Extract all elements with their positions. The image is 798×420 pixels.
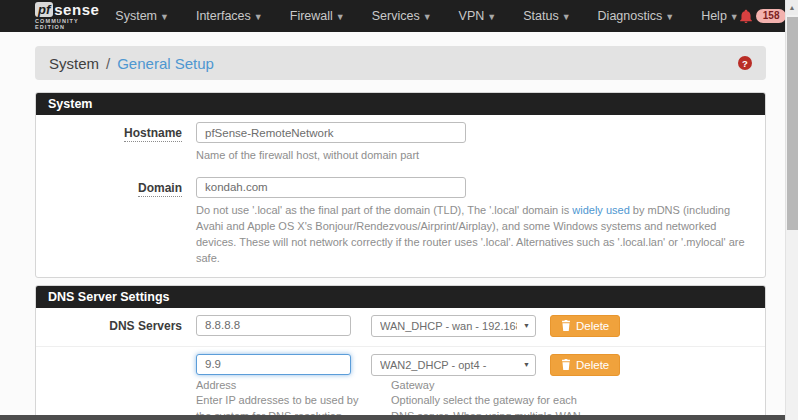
chevron-down-icon: ▼ [160,12,169,22]
scroll-up-button[interactable]: ▲ [786,0,798,15]
chevron-down-icon: ▼ [423,12,432,22]
nav-item-status[interactable]: Status▼ [523,9,570,23]
widely-used-link[interactable]: widely used [572,204,629,216]
dns-address-input-1[interactable] [196,315,351,336]
logo-sense: sense [54,2,99,17]
dns-gateway-select-1[interactable]: WAN_DHCP - wan - 192.168.18.2 [371,315,536,337]
chevron-down-icon: ▼ [336,12,345,22]
breadcrumb-section[interactable]: System [49,55,99,72]
pfsense-logo[interactable]: pf sense COMMUNITY EDITION [35,2,99,30]
system-panel-title: System [36,93,765,115]
nav-item-vpn[interactable]: VPN▼ [459,9,497,23]
nav-item-services[interactable]: Services▼ [372,9,432,23]
dns-panel-title: DNS Server Settings [36,286,765,308]
chevron-down-icon: ▼ [487,12,496,22]
vertical-scrollbar[interactable]: ▲ [785,0,798,420]
dns-settings-panel: DNS Server Settings DNS Servers WAN_DHCP… [35,285,766,420]
bell-icon [739,9,753,24]
breadcrumb-page: General Setup [117,55,214,72]
domain-input[interactable] [196,177,466,198]
dns-server-row-2: WAN2_DHCP - opt4 - ▼ Delete Address [36,347,765,420]
logo-pf: pf [35,2,53,17]
address-column-label: Address [196,379,371,391]
bottom-edge-strip [0,415,786,420]
nav-item-system[interactable]: System▼ [115,9,169,23]
nav-item-diagnostics[interactable]: Diagnostics▼ [598,9,675,23]
logo-subtitle: COMMUNITY EDITION [35,19,99,30]
page-help-icon[interactable]: ? [738,56,752,70]
chevron-down-icon: ▼ [665,12,674,22]
chevron-down-icon: ▼ [730,12,739,22]
hostname-row: Hostname Name of the firewall host, with… [36,115,765,170]
nav-menu: System▼ Interfaces▼ Firewall▼ Services▼ … [115,9,738,23]
chevron-down-icon: ▼ [562,12,571,22]
dns-address-input-2[interactable] [196,354,351,375]
chevron-down-icon: ▼ [254,12,263,22]
system-panel: System Hostname Name of the firewall hos… [35,92,766,278]
hostname-input[interactable] [196,122,466,143]
hostname-label: Hostname [124,126,182,142]
dns-servers-label: DNS Servers [109,319,182,333]
scrollbar-thumb[interactable] [787,17,798,230]
nav-item-interfaces[interactable]: Interfaces▼ [196,9,263,23]
delete-dns-button-2[interactable]: Delete [550,354,620,376]
domain-help: Do not use '.local' as the final part of… [196,203,753,267]
dns-server-row-1: DNS Servers WAN_DHCP - wan - 192.168.18.… [36,308,765,347]
nav-item-help[interactable]: Help▼ [701,9,739,23]
domain-label: Domain [138,181,182,197]
breadcrumb-separator: / [106,55,110,72]
breadcrumb: System / General Setup ? [35,46,766,80]
gateway-column-label: Gateway [391,379,601,391]
notifications-button[interactable]: 158 [739,9,787,24]
top-navbar: pf sense COMMUNITY EDITION System▼ Inter… [0,0,798,32]
domain-row: Domain Do not use '.local' as the final … [36,170,765,277]
trash-icon [561,359,571,370]
trash-icon [561,320,571,331]
hostname-help: Name of the firewall host, without domai… [196,148,753,164]
delete-dns-button-1[interactable]: Delete [550,315,620,337]
nav-item-firewall[interactable]: Firewall▼ [290,9,345,23]
dns-gateway-select-2[interactable]: WAN2_DHCP - opt4 - [371,354,536,376]
notification-count-badge: 158 [756,9,787,23]
